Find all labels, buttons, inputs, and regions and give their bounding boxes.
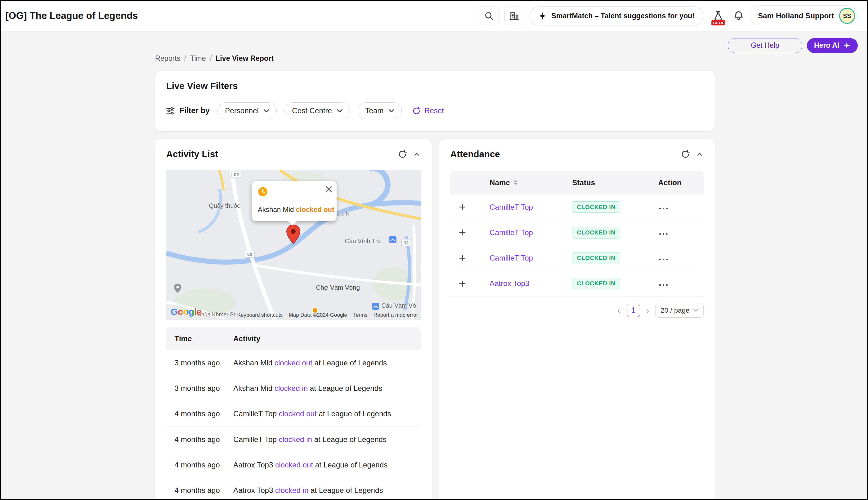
activity-time: 3 months ago [166, 384, 225, 393]
chevron-down-icon [389, 109, 394, 113]
attendance-collapse-button[interactable] [696, 150, 704, 158]
employee-name-link[interactable]: CamilleT Top [490, 203, 533, 211]
filter-icon [166, 107, 175, 115]
activity-list-card: Activity List [155, 139, 432, 500]
row-actions-button[interactable] [658, 206, 669, 212]
user-menu[interactable]: Sam Holland Support SS [750, 5, 857, 26]
chevron-down-icon [337, 109, 342, 113]
live-view-filters-card: Live View Filters Filter by Personnel Co… [155, 71, 715, 131]
plus-icon [458, 229, 466, 236]
page-size-select[interactable]: 20 / page [655, 303, 704, 317]
name-header-label: Name [490, 178, 510, 187]
buildings-icon [510, 11, 519, 21]
clock-icon [258, 187, 268, 197]
activity-table-header: Time Activity [166, 327, 421, 350]
breadcrumb-reports[interactable]: Reports [155, 54, 180, 62]
activity-person: Akshan Mid [233, 384, 272, 393]
cost-centre-filter-dropdown[interactable]: Cost Centre [285, 102, 350, 119]
pagination: ‹ 1 › 20 / page [616, 303, 704, 317]
activity-time: 4 months ago [166, 435, 225, 444]
map-popup: Akshan Mid clocked out [252, 181, 336, 221]
team-filter-label: Team [365, 106, 384, 115]
map-data-label: Map Data ©2024 Google [289, 312, 347, 318]
prev-page-button[interactable]: ‹ [616, 305, 622, 316]
bridge-icon [372, 303, 379, 310]
google-logo[interactable]: Google [171, 306, 201, 317]
activity-status: clocked in [275, 384, 308, 393]
hero-ai-button[interactable]: Hero AI [807, 38, 858, 53]
get-help-label: Get Help [751, 41, 779, 50]
map-label: Chùa Khmer Sr [197, 311, 236, 318]
expand-row-button[interactable] [457, 227, 468, 238]
next-page-button[interactable]: › [645, 305, 650, 316]
report-map-error-link[interactable]: Report a map error [374, 312, 418, 318]
row-actions-button[interactable] [658, 231, 669, 237]
row-actions-button[interactable] [658, 282, 669, 288]
row-actions-button[interactable] [658, 257, 669, 263]
employee-name-link[interactable]: CamilleT Top [490, 254, 533, 262]
filters-row: Filter by Personnel Cost Centre Team Res… [166, 102, 444, 119]
cost-centre-filter-label: Cost Centre [292, 106, 332, 115]
topbar-actions: SmartMatch – Talent suggestions for you!… [480, 5, 858, 26]
personnel-filter-label: Personnel [225, 106, 259, 115]
personnel-filter-dropdown[interactable]: Personnel [217, 102, 277, 119]
bridge-icon [389, 236, 396, 243]
map[interactable]: 02 02 32 [166, 170, 421, 320]
status-badge: CLOCKED IN [572, 278, 620, 290]
smartmatch-button[interactable]: SmartMatch – Talent suggestions for you! [529, 7, 703, 25]
expand-row-button[interactable] [457, 278, 468, 289]
activity-table: Time Activity 3 months ago Akshan Mid cl… [166, 327, 421, 500]
notifications-button[interactable] [733, 11, 744, 21]
activity-person: Aatrox Top3 [233, 486, 273, 495]
expand-row-button[interactable] [457, 252, 468, 264]
top-bar: [OG] The League of Legends SmartMatch – … [1, 1, 867, 31]
activity-person: CamilleT Top [233, 435, 277, 444]
employee-name-link[interactable]: CamilleT Top [490, 228, 533, 237]
labs-button[interactable]: BETA [709, 7, 727, 25]
sort-icon[interactable] [513, 180, 518, 185]
breadcrumb-separator: / [184, 54, 186, 62]
close-icon[interactable] [324, 184, 333, 195]
avatar: SS [839, 8, 855, 24]
map-label: Quầy thuốc [209, 202, 240, 209]
keyboard-shortcuts-link[interactable]: Keyboard shortcuts [237, 312, 283, 318]
terms-link[interactable]: Terms [353, 312, 367, 318]
activity-collapse-button[interactable] [413, 150, 421, 158]
plus-icon [458, 254, 466, 262]
chevron-down-icon [693, 309, 698, 312]
reset-icon [412, 107, 421, 115]
table-row: 3 months ago Akshan Mid clocked in at Le… [166, 376, 421, 401]
org-switcher-button[interactable] [504, 7, 523, 25]
breadcrumb-time[interactable]: Time [190, 54, 206, 62]
map-label: Chợ Vàm Vòng [316, 284, 359, 291]
current-page-button[interactable]: 1 [627, 304, 640, 317]
page-size-label: 20 / page [661, 306, 689, 315]
refresh-icon [398, 150, 407, 159]
sparkles-icon [843, 42, 850, 49]
col-header-status: Status [559, 178, 645, 187]
employee-name-link[interactable]: Aatrox Top3 [490, 279, 529, 287]
reset-filters-button[interactable]: Reset [412, 106, 444, 115]
attendance-card: Attendance Name Status Action [439, 139, 715, 500]
map-label: Cầu Vĩnh Trà [345, 238, 381, 245]
activity-location: at League of Legends [314, 435, 387, 444]
search-button[interactable] [480, 7, 499, 25]
table-row: 4 months ago CamilleT Top clocked in at … [166, 427, 421, 452]
activity-refresh-button[interactable] [398, 150, 407, 159]
attendance-table-header: Name Status Action [450, 171, 704, 194]
activity-status: clocked in [275, 486, 308, 495]
table-row: CamilleT Top CLOCKED IN [450, 194, 704, 220]
activity-time: 3 months ago [166, 359, 225, 367]
attendance-refresh-button[interactable] [681, 150, 690, 159]
activity-status: clocked out [275, 359, 312, 367]
activity-status: clocked out [275, 461, 313, 469]
svg-text:32: 32 [403, 240, 409, 245]
activity-time: 4 months ago [166, 486, 225, 495]
search-icon [484, 11, 493, 21]
expand-row-button[interactable] [457, 202, 468, 213]
breadcrumb: Reports / Time / Live View Report [155, 54, 274, 62]
table-row: Aatrox Top3 CLOCKED IN [450, 271, 704, 296]
col-header-name[interactable]: Name [477, 178, 559, 187]
team-filter-dropdown[interactable]: Team [358, 102, 401, 119]
get-help-button[interactable]: Get Help [728, 38, 802, 53]
